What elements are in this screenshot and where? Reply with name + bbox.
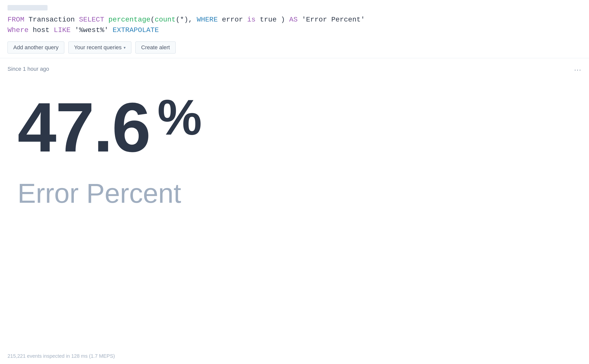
query-token: host	[29, 26, 54, 34]
create-alert-label: Create alert	[141, 44, 170, 51]
query-token: true )	[255, 16, 289, 24]
query-token: Transaction	[24, 16, 79, 24]
query-token: (*),	[176, 16, 197, 24]
query-token: (	[150, 16, 155, 24]
big-value-container: 47.6 %	[8, 77, 581, 167]
query-line-1: FROM Transaction SELECT percentage(count…	[8, 14, 581, 25]
query-token: error	[218, 16, 247, 24]
query-token: count	[155, 16, 176, 24]
query-toolbar: Add another query Your recent queries ▾ …	[8, 42, 581, 54]
metric-unit: %	[157, 92, 201, 142]
query-token: percentage	[108, 16, 150, 24]
create-alert-button[interactable]: Create alert	[135, 42, 176, 54]
breadcrumb-pill	[8, 5, 48, 10]
query-display: FROM Transaction SELECT percentage(count…	[8, 14, 581, 36]
query-token	[104, 16, 108, 24]
recent-queries-label: Your recent queries	[74, 44, 122, 51]
query-token: AS	[289, 16, 298, 24]
metric-label: Error Percent	[8, 167, 581, 219]
query-line-2: Where host LIKE '%west%' EXTRAPOLATE	[8, 25, 581, 36]
query-token: EXTRAPOLATE	[113, 26, 159, 34]
metric-value: 47.6	[18, 92, 150, 162]
query-token: FROM	[8, 16, 24, 24]
result-area: Since 1 hour ago ··· 47.6 % Error Percen…	[0, 58, 589, 226]
add-query-label: Add another query	[13, 44, 59, 51]
query-token: 'Error Percent'	[298, 16, 365, 24]
query-token: '%west%'	[71, 26, 113, 34]
query-token: is	[247, 16, 256, 24]
add-query-button[interactable]: Add another query	[8, 42, 64, 54]
query-token: SELECT	[79, 16, 104, 24]
chevron-down-icon: ▾	[124, 45, 126, 50]
query-token: WHERE	[197, 16, 218, 24]
footer-stats: 215,221 events inspected in 128 ms (1.7 …	[8, 353, 115, 359]
query-token: Where	[8, 26, 29, 34]
query-token: LIKE	[54, 26, 71, 34]
breadcrumb-area	[8, 5, 581, 10]
more-options-button[interactable]: ···	[574, 66, 581, 74]
recent-queries-button[interactable]: Your recent queries ▾	[68, 42, 131, 54]
top-bar: FROM Transaction SELECT percentage(count…	[0, 0, 589, 58]
since-label: Since 1 hour ago	[8, 66, 581, 72]
